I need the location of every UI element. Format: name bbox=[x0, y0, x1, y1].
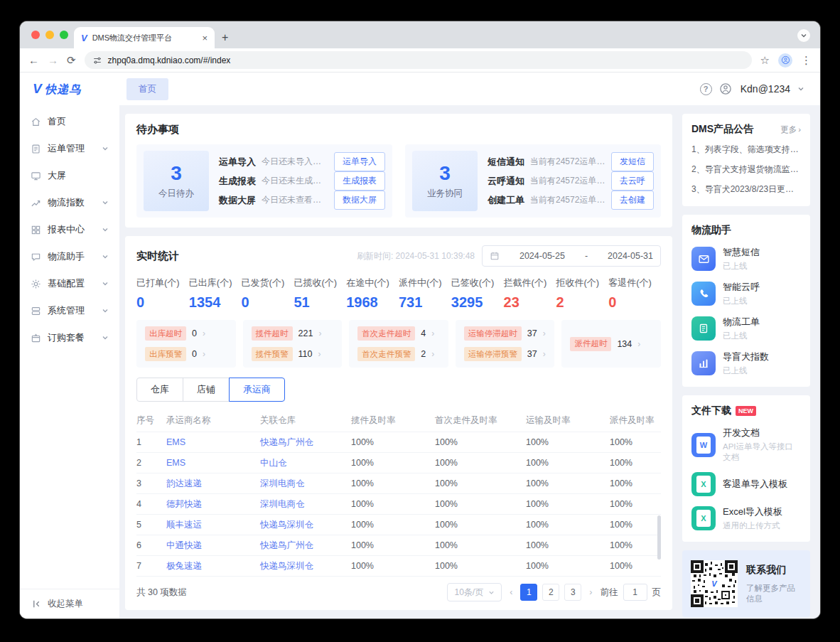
bookmark-star-icon[interactable]: ☆ bbox=[760, 55, 770, 65]
forward-button[interactable]: → bbox=[48, 55, 58, 65]
page-button-1[interactable]: 1 bbox=[520, 584, 537, 601]
alert-box-firstleg: 首次走件超时4› 首次走件预警2› bbox=[349, 320, 448, 368]
carrier-link[interactable]: 德邦快递 bbox=[166, 499, 202, 509]
warehouse-link[interactable]: 快递鸟广州仓 bbox=[260, 437, 313, 447]
back-button[interactable]: ← bbox=[28, 55, 39, 65]
goto-page-input[interactable] bbox=[623, 584, 647, 601]
chevron-down-icon bbox=[102, 199, 109, 206]
announcement-more-link[interactable]: 更多 › bbox=[780, 124, 801, 135]
waybill-icon bbox=[31, 144, 41, 154]
chevron-right-icon: › bbox=[637, 339, 640, 349]
sidebar-item-basic-config[interactable]: 基础配置 bbox=[20, 270, 119, 297]
sidebar-item-logistics-helper[interactable]: 物流助手 bbox=[20, 243, 119, 270]
carrier-link[interactable]: 极兔速递 bbox=[166, 561, 202, 571]
browser-tab[interactable]: V DMS物流交付管理平台 × bbox=[74, 27, 215, 48]
sidebar-item-system-management[interactable]: 系统管理 bbox=[20, 297, 119, 324]
sidebar-item-home[interactable]: 首页 bbox=[20, 108, 119, 135]
announcement-item[interactable]: 2、导盲犬支持退货物流监控啦! bbox=[691, 164, 801, 176]
carrier-link[interactable]: 中通快递 bbox=[166, 540, 202, 550]
generate-report-button[interactable]: 生成报表 bbox=[334, 171, 385, 191]
carrier-link[interactable]: 顺丰速运 bbox=[166, 520, 202, 530]
announcement-item[interactable]: 1、列表字段、筛选项支持自定义设... bbox=[691, 144, 801, 156]
sidebar-item-waybill[interactable]: 运单管理 bbox=[20, 135, 119, 162]
prev-page-button[interactable]: ‹ bbox=[507, 587, 515, 597]
warehouse-link[interactable]: 快递鸟广州仓 bbox=[260, 540, 313, 550]
date-range-picker[interactable]: 2024-05-25 - 2024-05-31 bbox=[482, 245, 661, 267]
download-item-excel-template[interactable]: X Excel导入模板通用的上传方式 bbox=[691, 505, 801, 531]
metric: 已发货(个)0 bbox=[242, 277, 294, 311]
warehouse-link[interactable]: 深圳电商仓 bbox=[260, 499, 305, 509]
zoom-window-button[interactable] bbox=[60, 31, 68, 39]
announcement-item[interactable]: 3、导盲犬2023/8/23日更新公告 bbox=[691, 183, 801, 196]
download-item-devdoc[interactable]: W 开发文档API运单导入等接口文档 bbox=[691, 427, 801, 463]
alert-link[interactable]: 出库超时0› bbox=[145, 326, 227, 341]
carrier-link[interactable]: EMS bbox=[166, 458, 185, 468]
tab-overview-button[interactable] bbox=[797, 29, 810, 42]
traffic-lights bbox=[31, 31, 68, 39]
warehouse-link[interactable]: 深圳电商仓 bbox=[260, 478, 305, 488]
warehouse-link[interactable]: 快递鸟深圳仓 bbox=[260, 520, 313, 530]
alert-link[interactable]: 出库预警0› bbox=[145, 347, 227, 361]
assistant-item-ticket[interactable]: 物流工单已上线 bbox=[691, 316, 801, 341]
nav-tab-home[interactable]: 首页 bbox=[126, 78, 168, 100]
page-button-3[interactable]: 3 bbox=[564, 584, 581, 601]
cloud-call-button[interactable]: 去云呼 bbox=[611, 171, 654, 191]
sidebar-item-bigscreen[interactable]: 大屏 bbox=[20, 162, 119, 189]
today-count: 3 bbox=[171, 162, 182, 185]
todo-row: 短信通知 当前有24572运单正在发生预警超时 发短信 bbox=[488, 152, 654, 171]
collapse-icon bbox=[32, 599, 41, 609]
close-window-button[interactable] bbox=[31, 31, 40, 39]
create-ticket-button[interactable]: 去创建 bbox=[611, 191, 654, 210]
sidebar-item-subscription[interactable]: 订购套餐 bbox=[20, 324, 119, 351]
site-settings-icon[interactable] bbox=[92, 55, 102, 65]
tab-warehouse[interactable]: 仓库 bbox=[136, 378, 183, 402]
assistant-item-sms[interactable]: 智慧短信已上线 bbox=[691, 246, 801, 272]
send-sms-button[interactable]: 发短信 bbox=[611, 152, 654, 171]
carrier-link[interactable]: EMS bbox=[166, 437, 185, 447]
close-tab-icon[interactable]: × bbox=[202, 33, 208, 43]
alert-link[interactable]: 首次走件超时4› bbox=[357, 326, 440, 341]
assistant-item-call[interactable]: 智能云呼已上线 bbox=[691, 281, 801, 306]
alerts-row: 出库超时0› 出库预警0› 揽件超时221› 揽件预警110› 首次走件超时4›… bbox=[136, 320, 661, 368]
download-item-return-template[interactable]: X 客退单导入模板 bbox=[691, 472, 801, 496]
alert-link[interactable]: 首次走件预警2› bbox=[357, 347, 440, 361]
metric: 拦截件(个)23 bbox=[504, 277, 556, 311]
browser-menu-icon[interactable]: ⋮ bbox=[801, 55, 812, 65]
data-screen-button[interactable]: 数据大屏 bbox=[334, 191, 385, 210]
announcement-panel: DMS产品公告 更多 › 1、列表字段、筛选项支持自定义设... 2、导盲犬支持… bbox=[682, 114, 810, 206]
new-tab-button[interactable]: + bbox=[222, 31, 228, 44]
carrier-table: 序号 承运商名称 关联仓库 揽件及时率 首次走件及时率 运输及时率 派件及时率 … bbox=[136, 409, 661, 577]
tab-carrier[interactable]: 承运商 bbox=[229, 378, 285, 402]
sidebar-item-report-center[interactable]: 报表中心 bbox=[20, 216, 119, 243]
address-bar[interactable]: zhpq0a.dmq.kdniao.com/#/index bbox=[85, 51, 752, 69]
alert-link[interactable]: 运输停滞超时37› bbox=[464, 326, 546, 341]
alert-link[interactable]: 运输停滞预警37› bbox=[464, 347, 546, 361]
user-icon[interactable] bbox=[719, 82, 732, 95]
collapse-menu-button[interactable]: 收起菜单 bbox=[20, 589, 119, 619]
minimize-window-button[interactable] bbox=[45, 31, 54, 39]
page-size-select[interactable]: 10条/页 bbox=[447, 583, 502, 601]
reload-button[interactable]: ⟳ bbox=[67, 55, 76, 65]
tab-store[interactable]: 店铺 bbox=[183, 378, 230, 402]
page-button-2[interactable]: 2 bbox=[542, 584, 559, 601]
account-chevron-down-icon[interactable] bbox=[797, 85, 804, 92]
app-logo[interactable]: V 快递鸟 bbox=[20, 81, 119, 97]
contact-panel: V 联系我们 了解更多产品信息 bbox=[682, 550, 810, 617]
metric: 拒收件(个)2 bbox=[556, 277, 608, 311]
warehouse-link[interactable]: 快递鸟深圳仓 bbox=[260, 561, 313, 571]
today-caption: 今日待办 bbox=[158, 188, 194, 200]
sidebar-item-logistics-index[interactable]: 物流指数 bbox=[20, 189, 119, 216]
carrier-link[interactable]: 韵达速递 bbox=[166, 478, 202, 488]
help-icon[interactable]: ? bbox=[700, 83, 712, 95]
waybill-import-button[interactable]: 运单导入 bbox=[334, 152, 385, 171]
todo-group-today: 3 今日待办 运单导入 今日还未导入运单，请及时导入! 运单导入 bbox=[136, 144, 392, 218]
browser-profile-avatar[interactable] bbox=[778, 53, 792, 68]
table-scrollbar[interactable] bbox=[657, 515, 661, 560]
alert-link[interactable]: 派件超时134› bbox=[570, 337, 652, 351]
next-page-button[interactable]: › bbox=[586, 587, 595, 597]
assistant-item-index[interactable]: 导盲犬指数已上线 bbox=[691, 351, 801, 376]
assistant-panel: 物流助手 智慧短信已上线 智能云呼已上线 物流工单已上线 bbox=[682, 215, 810, 387]
alert-link[interactable]: 揽件预警110› bbox=[252, 347, 334, 361]
warehouse-link[interactable]: 中山仓 bbox=[260, 458, 287, 468]
alert-link[interactable]: 揽件超时221› bbox=[252, 326, 334, 341]
